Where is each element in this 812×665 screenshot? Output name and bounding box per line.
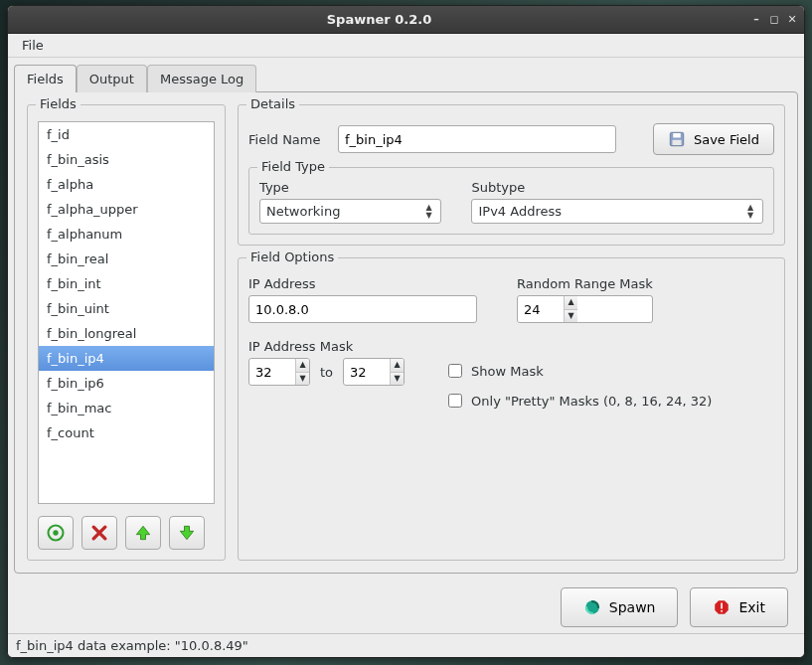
tab-message-log[interactable]: Message Log [147,65,256,92]
ip-mask-to-spinner[interactable]: ▲▼ [343,358,405,386]
save-icon [668,130,686,148]
list-item[interactable]: f_alpha [39,172,214,197]
spawn-icon [583,598,601,616]
ip-address-mask-label: IP Address Mask [248,339,405,354]
move-up-button[interactable] [125,516,161,550]
svg-rect-7 [722,603,724,609]
list-item[interactable]: f_bin_real [39,247,214,271]
random-range-mask-input[interactable] [518,296,564,322]
tab-fields[interactable]: Fields [14,65,77,92]
list-item[interactable]: f_bin_mac [39,396,214,420]
field-type-legend: Field Type [257,159,329,174]
delete-icon [89,523,109,543]
list-item[interactable]: f_id [39,122,214,147]
subtype-select-value: IPv4 Address [478,204,562,219]
delete-field-button[interactable] [81,516,117,550]
subtype-label: Subtype [471,180,763,195]
type-label: Type [259,180,441,195]
arrow-down-icon [177,523,197,543]
minimize-button[interactable]: – [750,14,762,26]
app-window: Spawner 0.2.0 – ◻ ✕ File Fields Output M… [7,5,805,658]
chevron-updown-icon: ▲▼ [742,204,758,219]
exit-label: Exit [738,599,765,615]
spin-up-icon[interactable]: ▲ [391,359,404,373]
fields-group: Fields f_idf_bin_asisf_alphaf_alpha_uppe… [27,104,226,561]
exit-icon [713,598,731,616]
tab-output[interactable]: Output [77,65,147,92]
save-field-button[interactable]: Save Field [653,123,774,155]
spawn-label: Spawn [609,599,656,615]
list-item[interactable]: f_alpha_upper [39,197,214,222]
subtype-select[interactable]: IPv4 Address ▲▼ [471,199,763,224]
show-mask-checkbox[interactable] [448,364,462,378]
list-item[interactable]: f_bin_ip6 [39,371,214,396]
ip-mask-to-input[interactable] [344,359,390,385]
field-name-input[interactable] [338,125,616,153]
tabstrip: Fields Output Message Log [8,58,804,91]
type-select[interactable]: Networking ▲▼ [259,199,441,224]
details-legend: Details [246,96,299,111]
fields-list-buttons [38,516,215,550]
spin-down-icon[interactable]: ▼ [296,373,309,386]
chevron-updown-icon: ▲▼ [420,204,436,219]
svg-point-1 [53,530,58,535]
random-range-mask-spinner[interactable]: ▲▼ [517,295,653,323]
list-item[interactable]: f_bin_int [39,271,214,296]
fields-column: Fields f_idf_bin_asisf_alphaf_alpha_uppe… [27,104,226,561]
list-item[interactable]: f_alphanum [39,222,214,247]
list-item[interactable]: f_bin_asis [39,147,214,172]
spawn-button[interactable]: Spawn [561,587,679,627]
details-group: Details Field Name Save Field Field Type… [238,104,785,246]
random-range-mask-label: Random Range Mask [517,276,653,291]
save-field-label: Save Field [694,132,759,147]
menu-file[interactable]: File [14,36,52,55]
fields-legend: Fields [36,96,81,111]
add-field-button[interactable] [38,516,74,550]
ip-address-label: IP Address [248,276,477,291]
pretty-masks-row[interactable]: Only "Pretty" Masks (0, 8, 16, 24, 32) [444,391,712,411]
spin-down-icon[interactable]: ▼ [391,373,404,386]
pretty-masks-checkbox[interactable] [448,394,462,408]
spin-up-icon[interactable]: ▲ [565,296,577,310]
exit-button[interactable]: Exit [690,587,788,627]
maximize-button[interactable]: ◻ [768,14,780,26]
list-item[interactable]: f_bin_ip4 [39,346,214,371]
field-options-legend: Field Options [246,249,338,264]
details-column: Details Field Name Save Field Field Type… [238,104,785,561]
field-options-group: Field Options IP Address Random Range Ma… [238,257,785,561]
list-item[interactable]: f_count [39,420,214,445]
ip-mask-from-input[interactable] [249,359,295,385]
titlebar: Spawner 0.2.0 – ◻ ✕ [8,6,804,34]
pretty-masks-label: Only "Pretty" Masks (0, 8, 16, 24, 32) [471,394,712,409]
show-mask-label: Show Mask [471,364,544,379]
window-title: Spawner 0.2.0 [14,12,744,27]
list-item[interactable]: f_bin_longreal [39,321,214,346]
field-name-label: Field Name [248,132,328,147]
menubar: File [8,34,804,58]
svg-rect-8 [722,610,724,612]
svg-rect-4 [672,140,681,145]
close-window-button[interactable]: ✕ [786,14,798,26]
move-down-button[interactable] [169,516,205,550]
show-mask-row[interactable]: Show Mask [444,361,712,381]
bottom-bar: Spawn Exit [8,578,804,633]
type-select-value: Networking [266,204,340,219]
field-type-group: Field Type Type Networking ▲▼ Subtype [248,167,774,235]
spin-up-icon[interactable]: ▲ [296,359,309,373]
tabpanel-fields: Fields f_idf_bin_asisf_alphaf_alpha_uppe… [14,91,798,574]
add-icon [46,523,66,543]
ip-mask-from-spinner[interactable]: ▲▼ [248,358,310,386]
arrow-up-icon [133,523,153,543]
ip-address-input[interactable] [248,295,477,323]
fields-list[interactable]: f_idf_bin_asisf_alphaf_alpha_upperf_alph… [38,121,215,504]
svg-rect-3 [673,133,681,138]
spin-down-icon[interactable]: ▼ [565,310,577,323]
status-bar: f_bin_ip4 data example: "10.0.8.49" [8,633,804,657]
list-item[interactable]: f_bin_uint [39,296,214,321]
ip-mask-to-label: to [320,365,333,380]
